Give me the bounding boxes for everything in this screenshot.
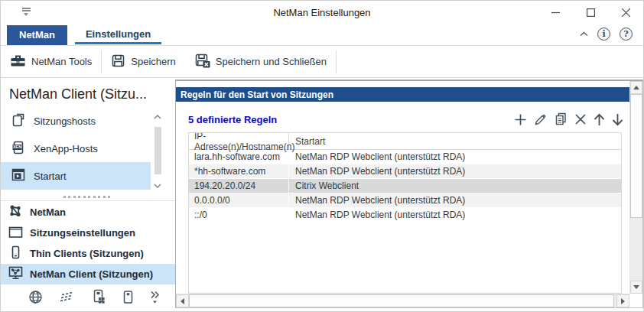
netman-tools-button[interactable]: NetMan Tools	[1, 46, 101, 77]
scrollbar-thumb[interactable]	[154, 127, 161, 174]
sidebar: NetMan Client (Sitzu... Sitzungshosts	[1, 78, 175, 311]
more-chevron-icon[interactable]	[150, 290, 160, 304]
cell-startart: Citrix Webclient	[289, 180, 359, 191]
rules-count-label: 5 definierte Regeln	[176, 114, 277, 125]
scripts-icon[interactable]	[59, 291, 76, 303]
sidebar-group-thin-clients[interactable]: Thin Clients (Sitzungen)	[1, 243, 175, 264]
sidebar-splitter[interactable]	[1, 193, 175, 201]
scroll-left-button[interactable]	[176, 294, 189, 307]
add-rule-icon[interactable]	[514, 113, 527, 126]
vertical-scrollbar-thumb[interactable]	[630, 94, 642, 218]
save-button[interactable]: Speichern	[102, 46, 185, 77]
sidebar-group-label: NetMan	[30, 206, 66, 218]
cell-ip: ::/0	[189, 208, 289, 222]
scroll-down-button[interactable]	[630, 281, 642, 294]
column-header-startart[interactable]: Startart	[289, 136, 325, 147]
scroll-up-icon[interactable]	[154, 109, 161, 122]
sidebar-scrollbar[interactable]	[151, 107, 164, 193]
table-header-row: IP-Adresse(n)/Hostname(n) Startart	[189, 133, 621, 150]
sidebar-group-label: Sitzungseinstellungen	[30, 227, 135, 239]
maximize-button[interactable]	[573, 1, 608, 24]
netman-tools-label: NetMan Tools	[31, 56, 92, 67]
tab-netman[interactable]: NetMan	[7, 25, 67, 45]
netman-nodes-icon	[8, 204, 23, 220]
table-row[interactable]: 0.0.0.0/0 NetMan RDP Webclient (unterstü…	[189, 193, 621, 208]
device-apps-icon[interactable]	[92, 289, 106, 304]
session-settings-icon	[8, 226, 23, 241]
title-bar: NetMan Einstellungen	[1, 1, 643, 24]
tablet-icon[interactable]	[122, 290, 134, 304]
rule-actions-toolbar	[514, 112, 629, 126]
toolbar-separator	[336, 50, 337, 73]
save-icon	[111, 54, 125, 70]
table-row-selected[interactable]: 194.20.20.0/24 Citrix Webclient	[189, 179, 621, 193]
horizontal-scrollbar[interactable]	[176, 294, 629, 307]
ribbon-tab-bar: NetMan Einstellungen i ?	[1, 24, 643, 46]
app-window: NetMan Einstellungen NetMan Einstellunge…	[0, 0, 644, 312]
sidebar-bottom-strip	[1, 282, 175, 311]
cell-ip: 0.0.0.0/0	[189, 193, 289, 207]
save-and-close-label: Speichern und Schließen	[216, 56, 327, 67]
minimize-button[interactable]	[538, 1, 573, 24]
collapse-ribbon-icon[interactable]	[580, 31, 588, 37]
sidebar-title: NetMan Client (Sitzu...	[1, 78, 175, 106]
info-icon[interactable]: i	[597, 28, 610, 41]
save-close-icon	[194, 53, 210, 70]
content-panel: Regeln für den Start von Sitzungen 5 def…	[175, 80, 643, 308]
cell-ip: *hh-software.com	[189, 164, 289, 178]
scroll-down-icon[interactable]	[154, 177, 161, 191]
scroll-right-button[interactable]	[616, 294, 629, 307]
globe-icon[interactable]	[28, 290, 43, 304]
tab-einstellungen[interactable]: Einstellungen	[75, 25, 161, 44]
close-button[interactable]	[608, 1, 643, 24]
cell-ip: lara.hh-software.com	[189, 150, 289, 164]
move-down-icon[interactable]	[612, 113, 623, 126]
scrollbar-corner	[629, 294, 642, 307]
sidebar-group-list: NetMan Sitzungseinstellungen	[1, 202, 175, 284]
cell-startart: NetMan RDP Webclient (unterstützt RDA)	[289, 166, 465, 177]
session-hosts-icon	[11, 112, 26, 131]
table-row[interactable]: *hh-software.com NetMan RDP Webclient (u…	[189, 164, 621, 179]
xenapp-icon: XEN	[11, 139, 26, 158]
sidebar-item-label: XenApp-Hosts	[34, 143, 98, 154]
sidebar-item-label: Startart	[34, 171, 67, 182]
move-up-icon[interactable]	[594, 113, 605, 126]
table-row[interactable]: lara.hh-software.com NetMan RDP Webclien…	[189, 150, 621, 164]
edit-rule-icon[interactable]	[534, 113, 548, 126]
sidebar-item-startart[interactable]: Startart	[1, 162, 151, 190]
netman-client-icon	[8, 266, 23, 282]
save-label: Speichern	[131, 56, 176, 67]
rules-table: IP-Adresse(n)/Hostname(n) Startart lara.…	[188, 132, 622, 294]
vertical-scrollbar[interactable]	[629, 81, 642, 294]
sidebar-group-netman[interactable]: NetMan	[1, 202, 175, 223]
start-type-icon	[11, 167, 26, 185]
cell-startart: NetMan RDP Webclient (unterstützt RDA)	[289, 210, 465, 220]
sidebar-item-xenapp-hosts[interactable]: XEN XenApp-Hosts	[1, 135, 151, 162]
delete-rule-icon[interactable]	[574, 113, 587, 125]
cell-startart: NetMan RDP Webclient (unterstützt RDA)	[289, 195, 465, 206]
sidebar-nav-list: Sitzungshosts XEN XenApp-Hosts	[1, 107, 151, 193]
toolbox-icon	[10, 54, 26, 70]
save-and-close-button[interactable]: Speichern und Schließen	[185, 46, 336, 77]
cell-ip: 194.20.20.0/24	[189, 179, 289, 193]
sidebar-group-sitzungseinstellungen[interactable]: Sitzungseinstellungen	[1, 223, 175, 243]
sidebar-item-sitzungshosts[interactable]: Sitzungshosts	[1, 107, 151, 135]
thin-client-icon	[8, 245, 23, 262]
copy-rule-icon[interactable]	[555, 112, 568, 126]
scroll-up-button[interactable]	[630, 81, 642, 94]
help-icon[interactable]: ?	[620, 28, 633, 41]
sidebar-group-netman-client[interactable]: NetMan Client (Sitzungen)	[1, 264, 175, 284]
table-row[interactable]: ::/0 NetMan RDP Webclient (unterstützt R…	[189, 208, 621, 223]
column-header-ip[interactable]: IP-Adresse(n)/Hostname(n)	[189, 133, 289, 149]
cell-startart: NetMan RDP Webclient (unterstützt RDA)	[289, 151, 465, 162]
ribbon-toolbar: NetMan Tools Speichern	[1, 46, 643, 78]
svg-text:XEN: XEN	[13, 145, 21, 149]
sidebar-group-label: NetMan Client (Sitzungen)	[30, 268, 153, 280]
sidebar-item-label: Sitzungshosts	[34, 115, 96, 127]
panel-header: Regeln für den Start von Sitzungen	[176, 87, 629, 102]
sidebar-group-label: Thin Clients (Sitzungen)	[30, 248, 144, 259]
horizontal-scrollbar-thumb[interactable]	[189, 294, 614, 307]
